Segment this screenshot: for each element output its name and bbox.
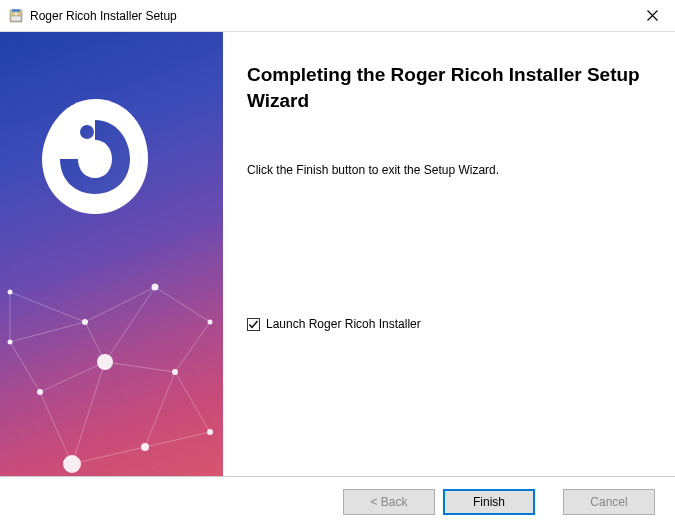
- wizard-footer: < Back Finish Cancel: [0, 476, 675, 526]
- svg-line-6: [155, 287, 210, 322]
- svg-point-24: [208, 320, 213, 325]
- finish-button[interactable]: Finish: [443, 489, 535, 515]
- svg-line-14: [72, 362, 105, 464]
- svg-line-13: [40, 392, 72, 464]
- svg-point-27: [172, 369, 178, 375]
- svg-line-8: [105, 287, 155, 362]
- wizard-body-text: Click the Finish button to exit the Setu…: [247, 163, 647, 177]
- titlebar: Roger Ricoh Installer Setup: [0, 0, 675, 32]
- svg-point-3: [15, 12, 18, 15]
- svg-line-10: [105, 362, 175, 372]
- installer-icon: [8, 8, 24, 24]
- svg-line-15: [72, 447, 145, 464]
- window-title: Roger Ricoh Installer Setup: [30, 9, 629, 23]
- back-button: < Back: [343, 489, 435, 515]
- svg-line-17: [145, 432, 210, 447]
- svg-rect-2: [11, 16, 21, 21]
- svg-line-5: [85, 287, 155, 322]
- launch-checkbox[interactable]: [247, 318, 260, 331]
- svg-point-23: [152, 284, 159, 291]
- wizard-sidebar: [0, 32, 223, 476]
- main-panel: Completing the Roger Ricoh Installer Set…: [223, 32, 675, 476]
- svg-line-4: [10, 292, 85, 322]
- svg-line-20: [10, 322, 85, 342]
- svg-line-11: [175, 322, 210, 372]
- svg-line-16: [145, 372, 175, 447]
- cancel-button: Cancel: [563, 489, 655, 515]
- svg-line-18: [175, 372, 210, 432]
- close-button[interactable]: [629, 0, 675, 32]
- svg-point-28: [8, 340, 13, 345]
- svg-point-33: [63, 143, 77, 157]
- svg-line-12: [10, 342, 40, 392]
- svg-line-9: [40, 362, 105, 392]
- svg-point-26: [37, 389, 43, 395]
- svg-point-31: [207, 429, 213, 435]
- svg-point-30: [141, 443, 149, 451]
- svg-point-32: [80, 125, 94, 139]
- launch-checkbox-label: Launch Roger Ricoh Installer: [266, 317, 421, 331]
- wizard-heading: Completing the Roger Ricoh Installer Set…: [247, 62, 647, 113]
- svg-rect-1: [12, 9, 20, 12]
- content-area: Completing the Roger Ricoh Installer Set…: [0, 32, 675, 476]
- svg-point-21: [8, 290, 13, 295]
- launch-checkbox-row[interactable]: Launch Roger Ricoh Installer: [247, 317, 647, 331]
- svg-point-22: [82, 319, 88, 325]
- svg-point-29: [63, 455, 81, 473]
- svg-point-25: [97, 354, 113, 370]
